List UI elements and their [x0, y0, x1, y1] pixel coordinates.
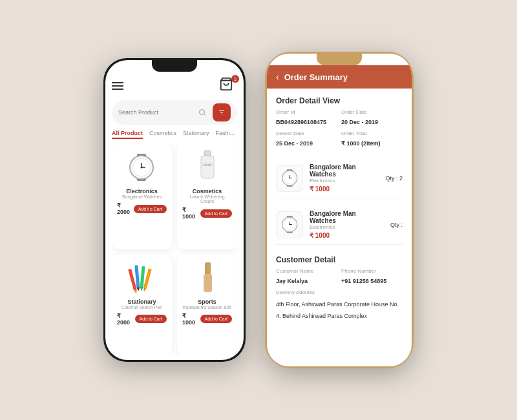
svg-marker-22 — [140, 287, 143, 291]
product-name-sports: Sports — [198, 299, 216, 305]
search-icon — [198, 109, 206, 116]
order-total-label: Order Total — [341, 131, 403, 136]
product-card-sports: Sports Kookaburra Season 806 ₹ 1000 Add … — [177, 255, 237, 355]
tab-all-product[interactable]: All Product — [112, 130, 143, 139]
cart-icon[interactable]: 2 — [219, 77, 237, 95]
svg-rect-14 — [201, 156, 214, 178]
product-name-stationary: Stationary — [127, 299, 156, 305]
customer-info-grid: Customer Name Jay Kelalya Phone Number +… — [276, 268, 403, 286]
order-item-1-name: Bangalore Man Watches — [310, 163, 379, 178]
notch-left — [152, 60, 197, 72]
order-id-label: Order Id — [276, 109, 337, 115]
phone-number-value: +91 91256 54895 — [341, 278, 386, 284]
order-detail-title: Order Detail View — [276, 96, 403, 105]
order-item-1-category: Electronics — [310, 178, 379, 184]
order-total-value: ₹ 1000 (2item) — [341, 140, 381, 147]
delivery-address-label: Delivery Address — [276, 289, 403, 295]
svg-line-2 — [204, 114, 205, 115]
product-card-electronics: Electronics Bangalore Watches ₹ 2000 Add… — [112, 144, 172, 249]
svg-marker-24 — [143, 287, 147, 291]
order-item-1: Bangalore Man Watches Electronics ₹ 1000… — [276, 158, 403, 198]
product-card-cosmetics: LAKME Cosmetics Lakme Whitening Cream ₹ … — [177, 144, 237, 249]
order-item-2-info: Bangalore Man Watches Electronics ₹ 1000 — [310, 210, 384, 239]
order-summary-header: ‹ Order Summary — [267, 65, 412, 89]
order-summary-body: Order Detail View Order Id BB04928961084… — [267, 89, 412, 366]
tab-cosmetics[interactable]: Cosmetics — [149, 130, 176, 139]
customer-detail-title: Customer Detail — [276, 255, 403, 264]
products-grid: Electronics Bangalore Watches ₹ 2000 Add… — [112, 144, 237, 355]
filter-button[interactable] — [213, 103, 231, 121]
svg-text:LAKME: LAKME — [203, 163, 212, 167]
search-bar — [112, 100, 237, 125]
svg-point-1 — [200, 110, 205, 115]
back-button[interactable]: ‹ — [276, 72, 279, 82]
svg-point-35 — [289, 178, 290, 179]
product-price-electronics: ₹ 2000 — [117, 202, 131, 215]
svg-point-12 — [141, 166, 143, 168]
order-detail-section: Order Detail View Order Id BB04928961084… — [276, 96, 403, 152]
svg-marker-20 — [136, 287, 140, 291]
product-name-cosmetics: Cosmetics — [193, 188, 222, 194]
customer-name-field: Customer Name Jay Kelalya — [276, 268, 337, 286]
product-image-electronics — [123, 149, 162, 185]
customer-name-value: Jay Kelalya — [276, 278, 308, 284]
order-item-2-price: ₹ 1000 — [310, 232, 384, 239]
right-phone: ‹ Order Summary Order Detail View Order … — [265, 52, 414, 368]
svg-rect-19 — [134, 265, 140, 287]
order-item-2-category: Electronics — [310, 224, 384, 230]
product-price-cosmetics: ₹ 1000 — [182, 207, 198, 220]
product-sub-cosmetics: Lakme Whitening Cream — [182, 194, 232, 204]
order-date-field: Order Date 20 Dec - 2019 — [341, 109, 403, 127]
product-sub-sports: Kookaburra Season 806 — [183, 305, 232, 310]
svg-rect-26 — [204, 274, 212, 292]
delivery-address-field: Delivery Address 4th Floor, Ashirwad Par… — [276, 289, 403, 320]
deliver-date-label: Deliver Date — [276, 131, 337, 136]
product-image-sports — [188, 260, 227, 295]
phone-number-label: Phone Number — [341, 268, 403, 274]
product-image-cosmetics: LAKME — [188, 149, 227, 185]
customer-name-label: Customer Name — [276, 268, 337, 274]
order-summary-title: Order Summary — [284, 72, 348, 82]
notch-right — [317, 54, 362, 65]
order-id-field: Order Id BB0492896108475 — [276, 109, 337, 127]
order-item-2-image — [276, 211, 303, 238]
add-to-cart-sports[interactable]: Add to Cart — [200, 315, 232, 323]
tabs-row: All Product Cosmetics Stationary Fashi..… — [112, 130, 237, 139]
add-to-cart-cosmetics[interactable]: Add to Cart — [200, 209, 232, 218]
menu-icon[interactable] — [112, 82, 123, 90]
add-to-cart-stationary[interactable]: Add to Cart — [135, 315, 167, 323]
order-item-1-qty: Qty : 2 — [385, 175, 403, 182]
tab-fashion[interactable]: Fashi... — [216, 130, 235, 139]
product-sub-stationary: Colorfull Sketch Pen — [121, 305, 162, 310]
product-price-sports: ₹ 1000 — [182, 313, 198, 326]
product-sub-electronics: Bangalore Watches — [122, 194, 162, 199]
order-item-2-name: Bangalore Man Watches — [310, 210, 384, 224]
product-image-stationary — [123, 260, 162, 295]
order-item-2-qty: Qty : — [390, 222, 403, 228]
delivery-address-value: 4th Floor, Ashirwad Paras Corporate Hous… — [276, 301, 399, 319]
order-date-value: 20 Dec - 2019 — [341, 119, 378, 125]
svg-rect-23 — [143, 268, 152, 288]
product-card-stationary: Stationary Colorfull Sketch Pen ₹ 2000 A… — [112, 255, 172, 355]
add-to-cart-electronics[interactable]: Add t o Cart — [134, 205, 167, 213]
order-id-value: BB0492896108475 — [276, 119, 326, 125]
left-phone: 2 All Product — [103, 58, 246, 362]
product-name-electronics: Electronics — [126, 188, 158, 194]
order-item-1-price: ₹ 1000 — [310, 185, 379, 193]
order-item-1-image — [276, 165, 303, 192]
order-date-label: Order Date — [341, 109, 403, 115]
order-total-field: Order Total ₹ 1000 (2item) — [341, 131, 403, 148]
cart-badge: 2 — [231, 75, 239, 83]
search-input[interactable] — [118, 109, 195, 116]
svg-rect-13 — [204, 151, 211, 156]
deliver-date-field: Deliver Date 25 Dec - 2019 — [276, 131, 337, 148]
tab-stationary[interactable]: Stationary — [183, 130, 209, 139]
order-item-1-info: Bangalore Man Watches Electronics ₹ 1000 — [310, 163, 379, 193]
phone-number-field: Phone Number +91 91256 54895 — [341, 268, 403, 286]
customer-detail-section: Customer Detail Customer Name Jay Kelaly… — [276, 255, 403, 320]
order-meta-grid: Order Id BB0492896108475 Order Date 20 D… — [276, 109, 403, 148]
svg-rect-25 — [205, 262, 211, 275]
svg-point-42 — [289, 224, 290, 226]
deliver-date-value: 25 Dec - 2019 — [276, 140, 313, 147]
order-item-2: Bangalore Man Watches Electronics ₹ 1000… — [276, 205, 403, 245]
